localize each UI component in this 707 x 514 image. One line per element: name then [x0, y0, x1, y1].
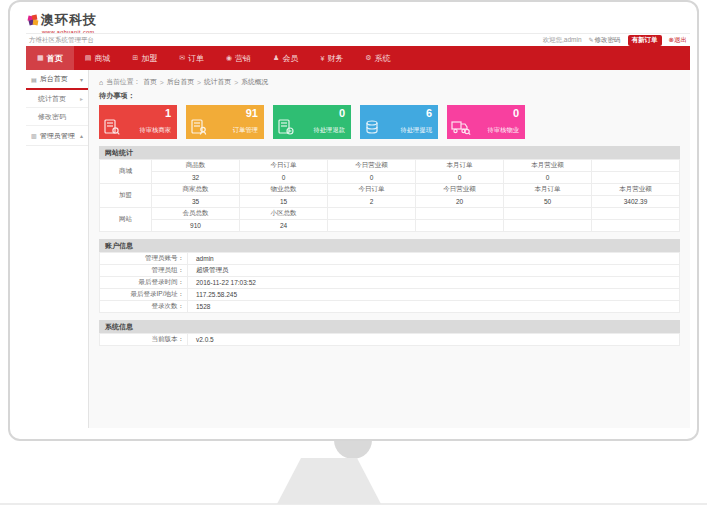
- clipboard-user-icon: [190, 118, 208, 136]
- mall-icon: ▤: [85, 54, 92, 62]
- home-icon: ⌂: [99, 79, 103, 86]
- nav-item-orders[interactable]: ✉ 订单: [168, 46, 215, 70]
- nav-item-mall[interactable]: ▤ 商城: [74, 46, 122, 70]
- change-password-button[interactable]: ✎修改密码: [589, 36, 621, 45]
- breadcrumb-home[interactable]: 首页: [143, 77, 157, 87]
- todo-title: 待办事项：: [99, 91, 680, 101]
- breadcrumb-current: 系统概况: [241, 77, 268, 87]
- chevron-right-icon: ▸: [80, 95, 83, 102]
- sidebar-item-change-password[interactable]: 修改密码: [26, 108, 88, 126]
- card-pending-merchants[interactable]: 1 待审核商家: [99, 105, 177, 139]
- main-area: ▤ 后台首页 ▾ 统计首页 ▸ 修改密码 ▥ 管理员管理 ▴: [26, 70, 690, 428]
- site-stats-title: 网站统计: [99, 146, 680, 159]
- card-pending-withdrawals[interactable]: 6 待处理提现: [360, 105, 438, 139]
- table-row: 登录次数： 1528: [100, 301, 680, 313]
- table-row: 最后登录时间： 2016-11-22 17:03:52: [100, 277, 680, 289]
- clipboard-search-icon: [103, 118, 121, 136]
- logo-text: 澳环科技: [41, 11, 97, 29]
- system-info-table: 当前版本： v2.0.5: [99, 333, 680, 346]
- new-order-alert-button[interactable]: 有新订单: [628, 35, 662, 46]
- system-info-title: 系统信息: [99, 320, 680, 333]
- clipboard-coin-icon: [277, 118, 295, 136]
- orders-icon: ✉: [179, 54, 185, 62]
- coins-icon: [364, 118, 384, 136]
- card-pending-properties[interactable]: 0 待审核物业: [447, 105, 525, 139]
- nav-item-finance[interactable]: ¥ 财务: [309, 46, 354, 70]
- table-row: 910 24: [100, 220, 680, 232]
- breadcrumb-stats[interactable]: 统计首页: [204, 77, 231, 87]
- section-site-stats: 网站统计 商城 商品数 今日订单 今日营业额 本月订单 本月营业额: [99, 146, 680, 232]
- edit-icon: ✎: [589, 37, 594, 43]
- section-account-info: 账户信息 管理员账号： admin 管理员组： 超级管理员 最后: [99, 239, 680, 313]
- content: ⌂ 当前位置： 首页 > 后台首页 > 统计首页 > 系统概况 待办事项：: [89, 70, 690, 428]
- nav-item-system[interactable]: ⚙ 系统: [354, 46, 401, 70]
- logout-button[interactable]: ⊗退出: [669, 36, 687, 45]
- section-system-info: 系统信息 当前版本： v2.0.5: [99, 320, 680, 346]
- table-row: 商城 商品数 今日订单 今日营业额 本月订单 本月营业额: [100, 160, 680, 172]
- table-row: 35 15 2 20 50 3402.39: [100, 196, 680, 208]
- table-row: 当前版本： v2.0.5: [100, 334, 680, 346]
- breadcrumb-backend[interactable]: 后台首页: [167, 77, 194, 87]
- table-row: 32 0 0 0 0: [100, 172, 680, 184]
- truck-search-icon: [451, 118, 471, 136]
- chevron-down-icon: ▾: [80, 76, 83, 83]
- logo-icon: [28, 15, 39, 26]
- table-row: 加盟 商家总数 物业总数 今日订单 今日营业额 本月订单 本月营业额: [100, 184, 680, 196]
- sidebar-item-stats-home[interactable]: 统计首页 ▸: [26, 90, 88, 108]
- table-row: 管理员组： 超级管理员: [100, 265, 680, 277]
- sidebar: ▤ 后台首页 ▾ 统计首页 ▸ 修改密码 ▥ 管理员管理 ▴: [26, 70, 89, 428]
- nav-item-marketing[interactable]: ◉ 营销: [215, 46, 262, 70]
- site-header: 澳环科技 www.aohuanit.com: [26, 10, 690, 33]
- card-order-management[interactable]: 91 订单管理: [186, 105, 264, 139]
- screen: 澳环科技 www.aohuanit.com 方维社区系统管理平台 欢迎您,adm…: [26, 10, 690, 428]
- finance-icon: ¥: [320, 55, 324, 62]
- breadcrumb: ⌂ 当前位置： 首页 > 后台首页 > 统计首页 > 系统概况: [99, 76, 680, 88]
- monitor-frame: 澳环科技 www.aohuanit.com 方维社区系统管理平台 欢迎您,adm…: [8, 0, 699, 441]
- table-row: 网站 会员总数 小区总数: [100, 208, 680, 220]
- page: 澳环科技 www.aohuanit.com 方维社区系统管理平台 欢迎您,adm…: [0, 0, 707, 514]
- welcome-text: 欢迎您,admin: [543, 36, 582, 45]
- account-info-table: 管理员账号： admin 管理员组： 超级管理员 最后登录时间： 2016-11…: [99, 252, 680, 313]
- nav-item-franchise[interactable]: ⊞ 加盟: [121, 46, 168, 70]
- site-stats-table: 商城 商品数 今日订单 今日营业额 本月订单 本月营业额 32 0: [99, 159, 680, 232]
- marketing-icon: ◉: [226, 54, 232, 62]
- list-icon: ▤: [31, 76, 37, 83]
- system-icon: ⚙: [365, 54, 371, 62]
- main-navbar: ▦ 首页 ▤ 商城 ⊞ 加盟 ✉ 订单 ◉ 营销: [26, 46, 690, 70]
- home-icon: ▦: [37, 54, 44, 62]
- card-pending-refunds[interactable]: 0 待处理退款: [273, 105, 351, 139]
- site-tagline: 方维社区系统管理平台: [29, 36, 94, 45]
- table-row: 管理员账号： admin: [100, 253, 680, 265]
- table-row: 最后登录IP/地址： 117.25.58.245: [100, 289, 680, 301]
- members-icon: ♟: [273, 54, 279, 62]
- users-icon: ▥: [31, 132, 37, 139]
- nav-item-members[interactable]: ♟ 会员: [262, 46, 309, 70]
- franchise-icon: ⊞: [132, 54, 138, 62]
- logo[interactable]: 澳环科技 www.aohuanit.com: [28, 11, 97, 35]
- breadcrumb-prefix: 当前位置：: [106, 77, 140, 87]
- sidebar-item-admin-management[interactable]: ▥ 管理员管理 ▴: [26, 126, 88, 146]
- account-info-title: 账户信息: [99, 239, 680, 252]
- chevron-up-icon: ▴: [80, 132, 83, 139]
- todo-cards: 1 待审核商家 91 订单管理: [99, 105, 680, 139]
- monitor-stand: [277, 458, 381, 504]
- sidebar-item-backend-home[interactable]: ▤ 后台首页 ▾: [26, 70, 88, 90]
- sub-header-bar: 方维社区系统管理平台 欢迎您,admin ✎修改密码 有新订单 ⊗退出: [26, 33, 690, 46]
- nav-item-home[interactable]: ▦ 首页: [26, 46, 74, 70]
